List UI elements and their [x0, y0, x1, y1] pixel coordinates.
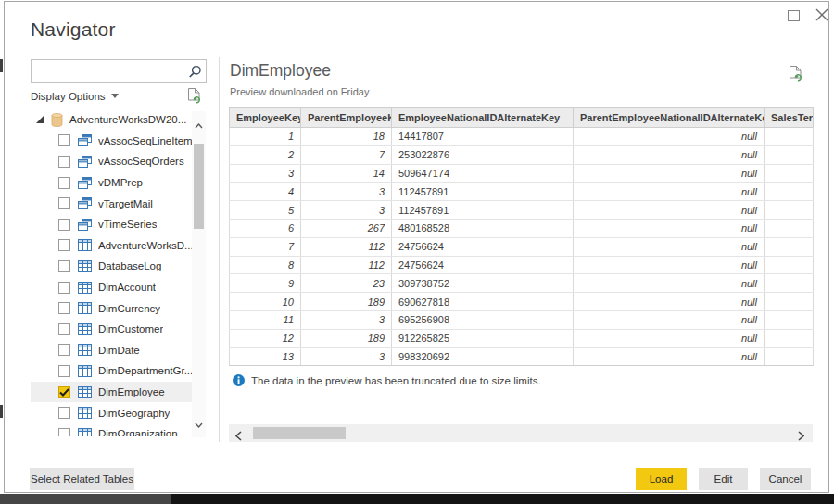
checkbox[interactable]	[58, 156, 70, 168]
table-cell	[764, 256, 814, 274]
checkbox[interactable]	[58, 407, 70, 419]
edit-button[interactable]: Edit	[699, 468, 748, 490]
checkbox[interactable]	[58, 323, 70, 335]
table-row: 811224756624null	[230, 256, 814, 274]
grid-header-row: EmployeeKeyParentEmployeeKeyEmployeeNati…	[230, 108, 814, 128]
checkbox[interactable]	[58, 344, 70, 356]
checkbox[interactable]	[58, 239, 70, 251]
tree-item-label: DimGeography	[98, 408, 170, 419]
truncation-notice: The data in the preview has been truncat…	[233, 374, 541, 386]
table-cell: null	[574, 237, 764, 256]
display-options-dropdown[interactable]: Display Options	[31, 91, 119, 102]
tree-item-vtargetmail[interactable]: vTargetMail	[31, 193, 192, 214]
table-cell: null	[574, 164, 764, 183]
checkbox[interactable]	[58, 177, 70, 189]
checkbox[interactable]	[58, 260, 70, 272]
tree-item-dimemployee[interactable]: DimEmployee	[31, 382, 192, 403]
table-cell: 112457891	[392, 201, 574, 220]
column-header: EmployeeKey	[230, 108, 301, 128]
tree-item-adventureworksdw20[interactable]: AdventureWorksDW20...	[31, 109, 192, 131]
table-cell	[764, 145, 814, 164]
close-icon[interactable]	[815, 7, 830, 23]
maximize-icon[interactable]	[788, 10, 800, 21]
table-cell: 509647174	[392, 164, 574, 183]
tree-item-dimcurrency[interactable]: DimCurrency	[31, 297, 192, 319]
table-cell: 189	[301, 329, 392, 347]
table-cell: 3	[301, 347, 392, 366]
hscrollbar-thumb[interactable]	[253, 427, 346, 439]
search-icon[interactable]	[188, 65, 202, 79]
tree-item-dimaccount[interactable]: DimAccount	[31, 277, 192, 298]
load-button[interactable]: Load	[636, 468, 687, 490]
tree-scrollbar-thumb[interactable]	[194, 144, 204, 229]
scroll-up-icon[interactable]	[195, 116, 203, 132]
table-icon	[78, 239, 92, 251]
tree-item-vdmprep[interactable]: vDMPrep	[31, 172, 192, 194]
scroll-left-icon[interactable]	[235, 428, 242, 445]
tree-item-dimorganization[interactable]: DimOrganization	[31, 423, 192, 436]
select-related-tables-button[interactable]: Select Related Tables	[30, 468, 134, 490]
table-cell: 2	[230, 145, 301, 164]
checkbox[interactable]	[58, 428, 70, 436]
table-icon	[78, 428, 92, 436]
preview-grid: EmployeeKeyParentEmployeeKeyEmployeeNati…	[229, 107, 813, 366]
table-cell: null	[574, 310, 764, 329]
expander-icon[interactable]	[36, 116, 44, 123]
tree-item-dimdate[interactable]: DimDate	[31, 340, 192, 361]
table-cell: 9	[230, 274, 301, 293]
tree-item-vtimeseries[interactable]: vTimeSeries	[31, 214, 192, 235]
table-cell	[764, 128, 814, 146]
table-cell	[764, 201, 814, 220]
tree-item-databaselog[interactable]: DatabaseLog	[31, 256, 192, 277]
table-cell: 7	[301, 145, 392, 164]
scroll-down-icon[interactable]	[195, 415, 203, 432]
table-cell: null	[574, 201, 764, 220]
grid-body: 11814417807null27253022876null3145096471…	[230, 128, 814, 366]
cancel-button[interactable]: Cancel	[760, 468, 811, 490]
table-cell: 14	[301, 164, 392, 183]
tree-item-dimdepartmentgr[interactable]: DimDepartmentGr...	[31, 360, 192, 382]
table-cell: null	[574, 329, 764, 347]
checkbox[interactable]	[58, 134, 70, 146]
refresh-list-icon[interactable]	[186, 87, 202, 108]
preview-hscrollbar[interactable]	[229, 424, 813, 442]
column-header: EmployeeNationalIDAlternateKey	[392, 108, 574, 128]
checkbox[interactable]	[58, 282, 70, 294]
table-cell: 8	[230, 256, 301, 274]
navigator-dialog: Navigator Display Options AdventureWorks…	[4, 1, 829, 493]
screenshot-stage: Navigator Display Options AdventureWorks…	[0, 0, 834, 504]
chevron-down-icon	[111, 94, 119, 98]
table-row: 711224756624null	[230, 237, 814, 256]
checkbox[interactable]	[58, 219, 70, 231]
table-icon	[78, 407, 92, 419]
table-cell	[764, 164, 814, 183]
checkbox[interactable]	[58, 302, 70, 314]
checkbox[interactable]	[58, 197, 70, 209]
tree-item-dimgeography[interactable]: DimGeography	[31, 402, 192, 423]
tree-item-label: DimCustomer	[98, 323, 163, 334]
database-icon	[51, 113, 63, 127]
table-row: 12189912265825null	[230, 329, 814, 347]
search-input[interactable]	[36, 62, 184, 81]
table-cell: null	[574, 256, 764, 274]
scroll-right-icon[interactable]	[798, 428, 804, 445]
checkbox[interactable]	[58, 365, 70, 377]
tree-item-vassocseqorders[interactable]: vAssocSeqOrders	[31, 151, 192, 172]
table-row: 113695256908null	[230, 310, 814, 329]
refresh-preview-icon[interactable]	[788, 65, 803, 86]
table-row: 10189690627818null	[230, 293, 814, 311]
checkbox[interactable]	[58, 386, 70, 398]
column-header: SalesTerri	[764, 108, 814, 128]
table-cell: 912265825	[392, 329, 574, 347]
table-cell: 267	[301, 219, 392, 237]
table-row: 11814417807null	[230, 128, 814, 146]
tree-item-label: DimEmployee	[98, 386, 165, 397]
table-cell: 12	[230, 329, 301, 347]
table-cell: 189	[301, 293, 392, 311]
tree-item-vassocseqlineitems[interactable]: vAssocSeqLineItems	[31, 131, 192, 152]
tree-item-dimcustomer[interactable]: DimCustomer	[31, 319, 192, 340]
tree-scrollbar[interactable]	[192, 111, 206, 437]
table-cell: 6	[230, 219, 301, 237]
tree-item-label: DimCurrency	[98, 303, 160, 314]
tree-item-adventureworksd[interactable]: AdventureWorksD...	[31, 235, 192, 257]
